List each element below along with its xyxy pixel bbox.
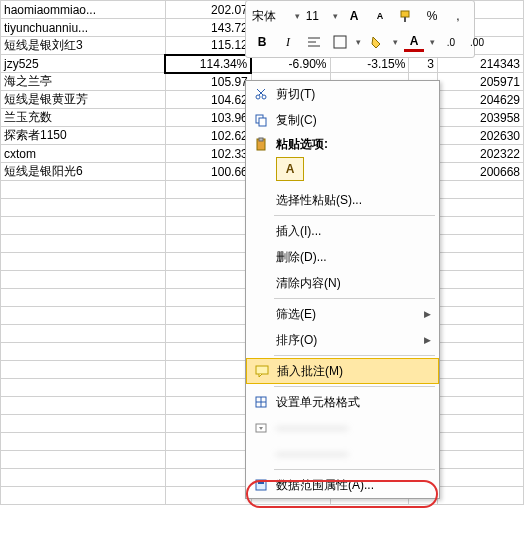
comma-icon[interactable]: ,: [448, 6, 468, 26]
border-icon[interactable]: [330, 32, 350, 52]
cell-name[interactable]: [1, 271, 166, 289]
cell-name[interactable]: [1, 451, 166, 469]
menu-delete[interactable]: 删除(D)...: [246, 244, 439, 270]
cell-value[interactable]: [165, 181, 251, 199]
cell-name[interactable]: [1, 325, 166, 343]
align-icon[interactable]: [304, 32, 324, 52]
paste-values-button[interactable]: A: [276, 157, 304, 181]
cell-value[interactable]: [165, 253, 251, 271]
cell-name[interactable]: [1, 289, 166, 307]
menu-sort[interactable]: 排序(O) ▶: [246, 327, 439, 353]
cell-value[interactable]: [165, 433, 251, 451]
cell-big[interactable]: [437, 433, 523, 451]
cell-name[interactable]: [1, 307, 166, 325]
cell-big[interactable]: [437, 307, 523, 325]
decrease-decimal-icon[interactable]: .0: [441, 32, 461, 52]
cell-name[interactable]: 兰玉充数: [1, 109, 166, 127]
chevron-down-icon[interactable]: ▾: [430, 37, 435, 47]
menu-copy[interactable]: 复制(C): [246, 107, 439, 133]
cell-name[interactable]: [1, 181, 166, 199]
cell-value[interactable]: [165, 199, 251, 217]
cell-value[interactable]: [165, 361, 251, 379]
cell-value[interactable]: [165, 343, 251, 361]
cell-name[interactable]: [1, 253, 166, 271]
cell-value[interactable]: 114.34%: [165, 55, 251, 73]
cell-value[interactable]: 105.97: [165, 73, 251, 91]
cell-value[interactable]: [165, 397, 251, 415]
percent-icon[interactable]: %: [422, 6, 442, 26]
chevron-down-icon[interactable]: ▾: [333, 11, 338, 21]
cell-big[interactable]: [437, 451, 523, 469]
menu-filter[interactable]: 筛选(E) ▶: [246, 301, 439, 327]
cell-value[interactable]: 102.33: [165, 145, 251, 163]
chevron-down-icon[interactable]: ▾: [393, 37, 398, 47]
cell-value[interactable]: 202.07: [165, 1, 251, 19]
fill-color-icon[interactable]: [367, 32, 387, 52]
chevron-down-icon[interactable]: ▾: [356, 37, 361, 47]
chevron-down-icon[interactable]: ▾: [295, 11, 300, 21]
cell-big[interactable]: [437, 361, 523, 379]
italic-button[interactable]: I: [278, 32, 298, 52]
cell-big[interactable]: 205971: [437, 73, 523, 91]
cell-big[interactable]: [437, 235, 523, 253]
cell-big[interactable]: 204629: [437, 91, 523, 109]
cell-big[interactable]: [437, 181, 523, 199]
cell-value[interactable]: [165, 469, 251, 487]
cell-name[interactable]: [1, 379, 166, 397]
cell-value[interactable]: 100.66: [165, 163, 251, 181]
cell-name[interactable]: 探索者1150: [1, 127, 166, 145]
cell-value[interactable]: [165, 217, 251, 235]
cell-big[interactable]: [437, 379, 523, 397]
menu-format-cells[interactable]: 设置单元格格式: [246, 389, 439, 415]
cell-big[interactable]: 202322: [437, 145, 523, 163]
font-size-selector[interactable]: 11: [306, 9, 327, 23]
menu-item-blurred-2[interactable]: ——————: [246, 441, 439, 467]
cell-name[interactable]: [1, 433, 166, 451]
shrink-font-icon[interactable]: A: [370, 6, 390, 26]
menu-cut[interactable]: 剪切(T): [246, 81, 439, 107]
cell-value[interactable]: 115.12: [165, 37, 251, 55]
cell-name[interactable]: 短线是银黄亚芳: [1, 91, 166, 109]
cell-name[interactable]: [1, 415, 166, 433]
cell-name[interactable]: 海之兰亭: [1, 73, 166, 91]
cell-name[interactable]: [1, 343, 166, 361]
cell-name[interactable]: cxtom: [1, 145, 166, 163]
cell-big[interactable]: 202630: [437, 127, 523, 145]
cell-big[interactable]: 200668: [437, 163, 523, 181]
cell-name[interactable]: [1, 361, 166, 379]
cell-big[interactable]: [437, 343, 523, 361]
increase-decimal-icon[interactable]: .00: [467, 32, 487, 52]
cell-value[interactable]: 143.72: [165, 19, 251, 37]
cell-big[interactable]: [437, 199, 523, 217]
cell-big[interactable]: [437, 487, 523, 505]
cell-name[interactable]: [1, 487, 166, 505]
cell-value[interactable]: 103.96: [165, 109, 251, 127]
cell-name[interactable]: [1, 235, 166, 253]
cell-value[interactable]: 104.62: [165, 91, 251, 109]
cell-big[interactable]: [437, 271, 523, 289]
cell-name[interactable]: [1, 217, 166, 235]
cell-value[interactable]: [165, 415, 251, 433]
cell-value[interactable]: 102.62: [165, 127, 251, 145]
cell-value[interactable]: [165, 379, 251, 397]
cell-value[interactable]: [165, 271, 251, 289]
font-name-selector[interactable]: 宋体: [252, 8, 289, 25]
cell-big[interactable]: [437, 253, 523, 271]
cell-name[interactable]: tiyunchuanniu...: [1, 19, 166, 37]
cell-big[interactable]: [437, 469, 523, 487]
menu-insert[interactable]: 插入(I)...: [246, 218, 439, 244]
cell-name[interactable]: [1, 469, 166, 487]
cell-name[interactable]: [1, 199, 166, 217]
cell-big[interactable]: [437, 325, 523, 343]
cell-big[interactable]: [437, 289, 523, 307]
cell-name[interactable]: [1, 397, 166, 415]
cell-value[interactable]: [165, 307, 251, 325]
cell-value[interactable]: [165, 451, 251, 469]
format-painter-icon[interactable]: [396, 6, 416, 26]
cell-big[interactable]: [437, 397, 523, 415]
cell-big[interactable]: 203958: [437, 109, 523, 127]
cell-name[interactable]: 短线是银刘红3: [1, 37, 166, 55]
cell-value[interactable]: [165, 325, 251, 343]
cell-big[interactable]: [437, 415, 523, 433]
menu-clear-contents[interactable]: 清除内容(N): [246, 270, 439, 296]
